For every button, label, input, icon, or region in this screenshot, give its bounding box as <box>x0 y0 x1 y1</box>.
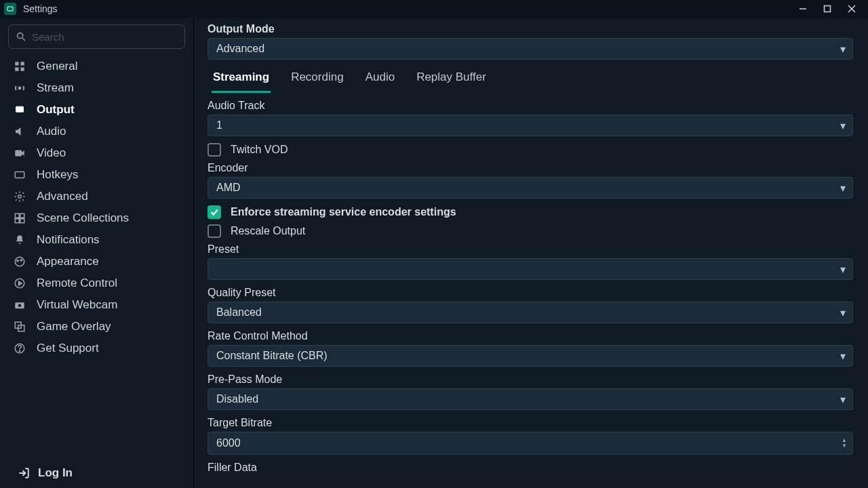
sidebar-item-video[interactable]: Video <box>8 142 185 164</box>
svg-rect-2 <box>825 6 831 12</box>
svg-point-18 <box>18 195 22 199</box>
audio-track-select[interactable]: 1 ▾ <box>208 115 853 136</box>
preset-select[interactable]: ▾ <box>208 258 853 280</box>
svg-point-11 <box>19 87 21 89</box>
sidebar-item-game-overlay[interactable]: Game Overlay <box>8 316 185 338</box>
chevron-down-icon: ▾ <box>840 182 846 195</box>
filler-data-label: Filler Data <box>208 462 853 474</box>
sidebar-item-get-support[interactable]: Get Support <box>8 338 185 359</box>
sidebar-item-label: Notifications <box>37 233 100 247</box>
twitch-vod-label: Twitch VOD <box>231 144 288 156</box>
tab-replay-buffer[interactable]: Replay Buffer <box>415 68 488 93</box>
search-input[interactable] <box>32 31 178 43</box>
titlebar: Settings <box>0 0 868 18</box>
spinner-icon[interactable]: ▲▼ <box>842 438 847 449</box>
svg-line-6 <box>22 38 25 41</box>
sidebar-item-stream[interactable]: Stream <box>8 77 185 99</box>
svg-point-23 <box>15 257 24 266</box>
tab-recording[interactable]: Recording <box>290 68 345 93</box>
sidebar-item-output[interactable]: Output <box>8 99 185 121</box>
tab-audio[interactable]: Audio <box>364 68 396 93</box>
svg-rect-19 <box>15 214 19 218</box>
sidebar-nav: General Stream Output Audio Video Hotkey… <box>8 56 185 359</box>
sidebar-item-label: Game Overlay <box>37 320 111 333</box>
sidebar-item-advanced[interactable]: Advanced <box>8 186 185 207</box>
login-label: Log In <box>38 466 73 480</box>
svg-rect-0 <box>7 7 13 11</box>
chevron-down-icon: ▾ <box>840 119 846 132</box>
main-panel: Output Mode Advanced ▾ Streaming Recordi… <box>194 18 868 488</box>
svg-rect-12 <box>16 106 24 113</box>
output-mode-value: Advanced <box>216 43 264 55</box>
sidebar-item-appearance[interactable]: Appearance <box>8 251 185 272</box>
twitch-vod-checkbox[interactable] <box>208 143 221 157</box>
video-icon <box>12 147 27 159</box>
svg-point-5 <box>18 33 23 39</box>
audio-track-value: 1 <box>216 119 222 131</box>
quality-preset-select[interactable]: Balanced ▾ <box>208 302 853 323</box>
enforce-encoder-label: Enforce streaming service encoder settin… <box>231 206 456 218</box>
app-icon <box>4 3 16 15</box>
chevron-down-icon: ▾ <box>840 43 846 56</box>
chevron-down-icon: ▾ <box>840 263 846 276</box>
close-button[interactable] <box>840 0 864 18</box>
sidebar-item-hotkeys[interactable]: Hotkeys <box>8 164 185 186</box>
gear-icon <box>12 190 27 203</box>
maximize-button[interactable] <box>815 0 840 18</box>
prepass-select[interactable]: Disabled ▾ <box>208 388 853 410</box>
grid-icon <box>12 60 27 73</box>
minimize-button[interactable] <box>791 0 815 18</box>
chevron-down-icon: ▾ <box>840 306 846 319</box>
svg-rect-10 <box>21 68 24 71</box>
window-title: Settings <box>23 3 58 14</box>
sidebar-item-general[interactable]: General <box>8 56 185 77</box>
speaker-icon <box>12 125 27 138</box>
rate-control-select[interactable]: Constant Bitrate (CBR) ▾ <box>208 345 853 367</box>
sidebar-item-label: Video <box>37 146 66 160</box>
prepass-label: Pre-Pass Mode <box>208 373 853 386</box>
bell-icon <box>12 234 27 246</box>
svg-point-28 <box>18 304 22 308</box>
target-bitrate-input[interactable]: 6000 ▲▼ <box>208 432 853 455</box>
svg-point-32 <box>19 350 20 352</box>
sidebar-item-label: Virtual Webcam <box>37 298 117 312</box>
output-tabs: Streaming Recording Audio Replay Buffer <box>212 68 853 93</box>
prepass-value: Disabled <box>216 393 258 405</box>
login-button[interactable]: Log In <box>8 461 185 484</box>
sidebar-item-label: Hotkeys <box>37 168 78 182</box>
enforce-encoder-checkbox[interactable] <box>208 205 221 219</box>
sidebar-item-remote-control[interactable]: Remote Control <box>8 272 185 294</box>
svg-point-25 <box>20 260 22 261</box>
sidebar-item-label: Stream <box>37 81 74 95</box>
sidebar-item-virtual-webcam[interactable]: Virtual Webcam <box>8 294 185 316</box>
svg-rect-14 <box>15 172 24 178</box>
sidebar: General Stream Output Audio Video Hotkey… <box>0 18 194 488</box>
rescale-output-checkbox[interactable] <box>208 224 221 238</box>
svg-rect-20 <box>20 214 24 218</box>
tab-streaming[interactable]: Streaming <box>212 68 271 93</box>
output-icon <box>12 104 27 116</box>
sidebar-item-notifications[interactable]: Notifications <box>8 229 185 251</box>
collections-icon <box>12 212 27 224</box>
preset-label: Preset <box>208 243 853 256</box>
output-mode-select[interactable]: Advanced ▾ <box>208 38 853 60</box>
sidebar-item-label: General <box>37 60 77 73</box>
svg-point-24 <box>17 260 18 261</box>
svg-rect-8 <box>21 62 24 65</box>
svg-rect-21 <box>15 219 19 223</box>
sidebar-item-label: Remote Control <box>37 277 117 290</box>
encoder-label: Encoder <box>208 162 853 174</box>
sidebar-item-audio[interactable]: Audio <box>8 121 185 142</box>
target-bitrate-label: Target Bitrate <box>208 417 853 429</box>
sidebar-item-scene-collections[interactable]: Scene Collections <box>8 207 185 229</box>
svg-rect-9 <box>15 68 18 71</box>
keyboard-icon <box>12 169 27 181</box>
login-icon <box>18 467 30 479</box>
chevron-down-icon: ▾ <box>840 350 846 363</box>
encoder-select[interactable]: AMD ▾ <box>208 177 853 199</box>
sidebar-item-label: Get Support <box>37 342 99 355</box>
search-box[interactable] <box>8 24 185 49</box>
chevron-down-icon: ▾ <box>840 393 846 406</box>
camera-icon <box>12 299 27 311</box>
quality-preset-value: Balanced <box>216 306 262 319</box>
